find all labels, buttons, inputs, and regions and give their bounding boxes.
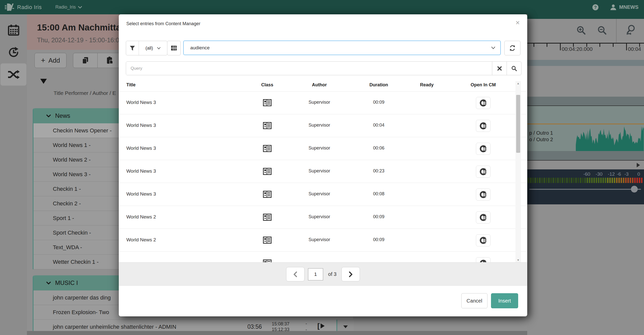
search-button[interactable] — [507, 62, 521, 75]
volume-slider-track[interactable] — [529, 189, 641, 190]
scroll-down-icon[interactable]: ▼ — [515, 258, 521, 262]
editor-panel: 00:04:20.000 00:04 p / Outro 1 o / Outro… — [527, 14, 644, 335]
table-row[interactable]: World News 2 Supervisor 00:09 — [119, 206, 527, 229]
item-start-time: 15:08:37 — [272, 321, 289, 326]
zoom-out-button[interactable] — [597, 25, 608, 36]
open-in-cm-button[interactable] — [476, 143, 490, 155]
table-row[interactable] — [119, 252, 527, 262]
filter-caret-icon[interactable] — [40, 79, 47, 84]
col-title[interactable]: Title — [126, 82, 136, 88]
col-ready[interactable]: Ready — [420, 82, 434, 88]
content-manager-icon — [479, 259, 487, 262]
cell-author: Supervisor — [309, 168, 330, 174]
news-class-icon — [263, 145, 272, 152]
category-table-button[interactable] — [167, 41, 181, 55]
table-row[interactable]: World News 3 Supervisor 00:04 — [119, 114, 527, 137]
col-author[interactable]: Author — [312, 82, 327, 88]
track-rail — [527, 151, 644, 160]
table-row[interactable]: World News 3 Supervisor 00:23 — [119, 160, 527, 183]
filter-button[interactable] — [126, 41, 139, 55]
close-icon[interactable]: ✕ — [515, 20, 521, 26]
history-clock-icon — [8, 47, 19, 58]
user-menu[interactable]: MNEWS — [610, 4, 638, 11]
table-scrollbar[interactable]: ▲ ▼ — [515, 81, 521, 262]
content-manager-icon — [479, 214, 487, 221]
category-value: audience — [184, 45, 210, 51]
refresh-button[interactable] — [504, 41, 520, 55]
dialog-title: Select entries from Content Manager — [126, 21, 200, 26]
category-combobox[interactable]: audience — [183, 41, 501, 55]
cell-duration: 00:09 — [373, 237, 384, 242]
sidebar-item-shuffle[interactable] — [1, 63, 26, 86]
help-icon[interactable]: ? — [592, 4, 599, 11]
cancel-button[interactable]: Cancel — [461, 293, 487, 308]
meter-scale-label: -60 — [583, 171, 590, 177]
chevron-left-icon — [293, 271, 297, 277]
prev-page-button[interactable] — [286, 267, 305, 281]
news-class-icon — [263, 191, 272, 198]
news-class-icon — [263, 168, 272, 175]
chevron-down-icon — [46, 281, 51, 284]
open-in-cm-button[interactable] — [476, 166, 490, 178]
open-in-cm-button[interactable] — [476, 120, 490, 132]
flag-1: - — [306, 321, 307, 326]
play-button[interactable]: [ — [317, 322, 325, 329]
list-item-label: Checkin News Opener - — [53, 127, 112, 134]
table-row[interactable]: World News 3 Supervisor 00:06 — [119, 137, 527, 160]
show-title: 15:00 Am Nachmittag — [37, 22, 126, 32]
workspace-selector[interactable]: Radio_Iris — [55, 5, 82, 10]
news-class-icon — [263, 214, 272, 221]
content-manager-icon — [479, 237, 487, 244]
list-item-label: Sport Checkin - — [53, 230, 91, 236]
open-in-cm-button[interactable] — [476, 189, 490, 201]
filter-select[interactable]: (all) — [139, 41, 167, 55]
content-manager-icon — [479, 191, 487, 198]
editor-title-strip — [527, 14, 644, 19]
page-number-input[interactable] — [308, 268, 323, 280]
scroll-up-icon[interactable]: ▲ — [515, 81, 521, 86]
open-in-cm-button[interactable] — [476, 211, 490, 224]
next-page-button[interactable] — [342, 267, 360, 281]
user-icon — [610, 4, 617, 11]
open-in-cm-button[interactable] — [476, 234, 490, 246]
copy-button[interactable] — [73, 53, 98, 68]
waveform-track[interactable]: p / Outro 1 o / Outro 2 — [527, 106, 644, 160]
zoom-in-button[interactable] — [576, 25, 587, 36]
item-times: 15:08:37 15:12:33 — [272, 321, 289, 332]
clear-query-button[interactable] — [492, 62, 507, 75]
meter-scale-label: -12 — [608, 171, 615, 177]
cue-bracket: [ — [317, 322, 320, 329]
zoom-fit-button[interactable] — [625, 25, 636, 36]
col-duration[interactable]: Duration — [369, 82, 388, 88]
sidebar-item-calendar[interactable] — [0, 19, 27, 41]
refresh-icon — [509, 45, 516, 51]
scroll-right-icon[interactable] — [637, 163, 640, 167]
chevron-right-icon — [349, 271, 353, 277]
group-label: MUSIC I — [55, 279, 78, 286]
cell-duration: 00:09 — [373, 100, 384, 105]
open-in-cm-button[interactable] — [476, 97, 490, 109]
cell-duration: 00:08 — [373, 191, 384, 197]
table-row[interactable]: World News 3 Supervisor 00:09 — [119, 91, 527, 114]
add-button[interactable]: + Add — [34, 53, 66, 68]
open-in-cm-button[interactable] — [476, 257, 490, 262]
table-row[interactable]: World News 2 Supervisor 00:09 — [119, 229, 527, 252]
results-table: World News 3 Supervisor 00:09 — [119, 91, 527, 262]
volume-slider-knob[interactable] — [631, 186, 638, 193]
content-manager-icon — [479, 99, 487, 107]
meter-scale-label: -3 — [624, 171, 629, 177]
list-item-label: World News 2 - — [53, 157, 91, 163]
table-grid-icon — [171, 45, 177, 51]
timeline-scroll-strip[interactable] — [527, 161, 644, 169]
query-input[interactable] — [126, 62, 492, 75]
sidebar — [0, 14, 27, 335]
col-open-in-cm[interactable]: Open In CM — [471, 82, 496, 88]
sidebar-item-history[interactable] — [0, 41, 27, 63]
cell-title: World News 2 — [126, 214, 156, 220]
user-name: MNEWS — [619, 4, 638, 10]
insert-button[interactable]: Insert — [491, 293, 518, 308]
scrollbar-thumb[interactable] — [516, 95, 520, 153]
cell-title: World News 3 — [126, 123, 156, 128]
table-row[interactable]: World News 3 Supervisor 00:08 — [119, 183, 527, 206]
col-class[interactable]: Class — [261, 82, 273, 88]
